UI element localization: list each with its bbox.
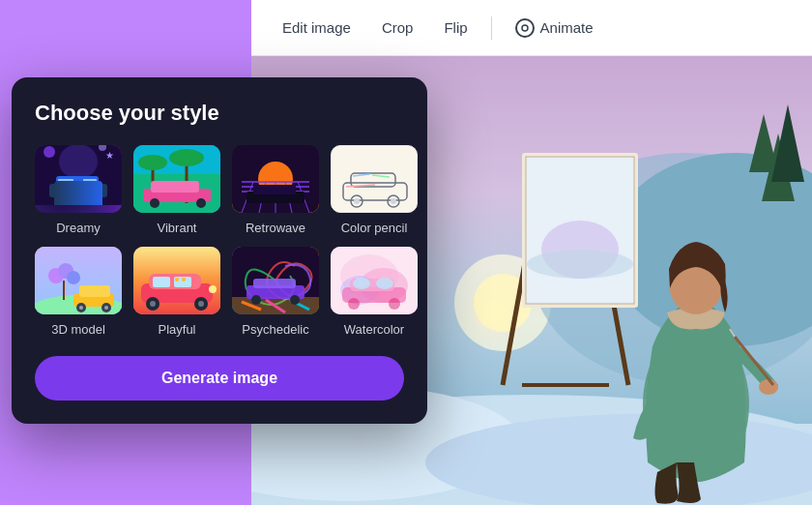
svg-rect-67 — [253, 185, 296, 194]
svg-rect-108 — [253, 279, 296, 288]
svg-point-118 — [376, 278, 393, 289]
style-grid: Dreamy Vibrant — [35, 145, 404, 337]
svg-point-117 — [353, 278, 370, 289]
style-thumb-retrowave — [232, 145, 319, 213]
svg-point-109 — [251, 295, 261, 305]
style-thumb-vibrant — [133, 145, 220, 213]
style-label-vibrant: Vibrant — [158, 221, 197, 235]
svg-rect-68 — [332, 146, 418, 213]
svg-point-76 — [354, 198, 360, 204]
svg-point-100 — [175, 278, 179, 282]
style-label-3dmodel: 3D model — [51, 322, 105, 337]
svg-point-88 — [79, 306, 83, 310]
svg-rect-40 — [49, 184, 107, 197]
style-label-retrowave: Retrowave — [246, 221, 305, 235]
style-item-retrowave[interactable]: Retrowave — [232, 145, 319, 235]
style-label-watercolor: Watercolor — [344, 322, 404, 337]
style-label-colorpencil: Color pencil — [341, 221, 408, 235]
panel-title: Choose your style — [35, 101, 404, 126]
style-thumb-psychedelic — [232, 247, 319, 314]
svg-point-0 — [522, 25, 528, 31]
svg-point-77 — [391, 198, 396, 204]
style-label-playful: Playful — [158, 322, 195, 337]
svg-rect-93 — [153, 277, 170, 287]
svg-point-55 — [196, 198, 206, 208]
svg-rect-85 — [79, 285, 110, 297]
svg-point-33 — [759, 379, 778, 395]
animate-button[interactable]: Animate — [504, 13, 605, 44]
svg-point-51 — [169, 149, 204, 166]
svg-point-110 — [290, 295, 300, 305]
style-thumb-playful — [133, 247, 220, 314]
style-item-vibrant[interactable]: Vibrant — [133, 145, 220, 235]
style-item-psychedelic[interactable]: Psychedelic — [232, 247, 319, 337]
svg-point-83 — [67, 271, 80, 284]
style-item-dreamy[interactable]: Dreamy — [35, 145, 122, 235]
svg-point-120 — [389, 298, 400, 310]
style-thumb-colorpencil — [331, 145, 418, 213]
style-item-watercolor[interactable]: Watercolor — [331, 247, 418, 337]
style-item-colorpencil[interactable]: Color pencil — [331, 145, 418, 235]
svg-point-119 — [348, 298, 360, 310]
svg-rect-53 — [151, 181, 199, 193]
style-item-3dmodel[interactable]: 3D model — [35, 247, 122, 337]
svg-point-21 — [527, 250, 633, 279]
toolbar: Edit image Crop Flip Animate — [251, 0, 812, 56]
style-thumb-3dmodel — [35, 247, 122, 314]
svg-point-38 — [44, 146, 55, 158]
style-thumb-watercolor — [331, 247, 418, 314]
style-chooser-panel: Choose your style Dr — [12, 77, 427, 424]
style-item-playful[interactable]: Playful — [133, 247, 220, 337]
animate-icon — [515, 18, 535, 38]
animate-label: Animate — [540, 19, 594, 36]
svg-rect-41 — [56, 176, 99, 188]
svg-point-37 — [59, 145, 98, 179]
svg-point-97 — [150, 301, 156, 307]
style-label-psychedelic: Psychedelic — [242, 322, 308, 337]
svg-point-89 — [104, 306, 108, 310]
svg-point-43 — [93, 193, 102, 203]
edit-image-button[interactable]: Edit image — [271, 14, 362, 42]
svg-point-101 — [182, 278, 186, 282]
svg-point-54 — [150, 198, 160, 208]
svg-rect-44 — [58, 179, 73, 187]
svg-point-49 — [138, 155, 167, 170]
crop-button[interactable]: Crop — [370, 14, 425, 42]
svg-point-98 — [198, 301, 204, 307]
svg-rect-45 — [83, 179, 97, 187]
toolbar-divider — [491, 16, 492, 40]
style-thumb-dreamy — [35, 145, 122, 213]
generate-image-button[interactable]: Generate image — [35, 356, 404, 401]
style-label-dreamy: Dreamy — [56, 221, 101, 235]
svg-point-99 — [209, 285, 217, 293]
svg-point-42 — [54, 193, 64, 203]
flip-button[interactable]: Flip — [432, 14, 478, 42]
